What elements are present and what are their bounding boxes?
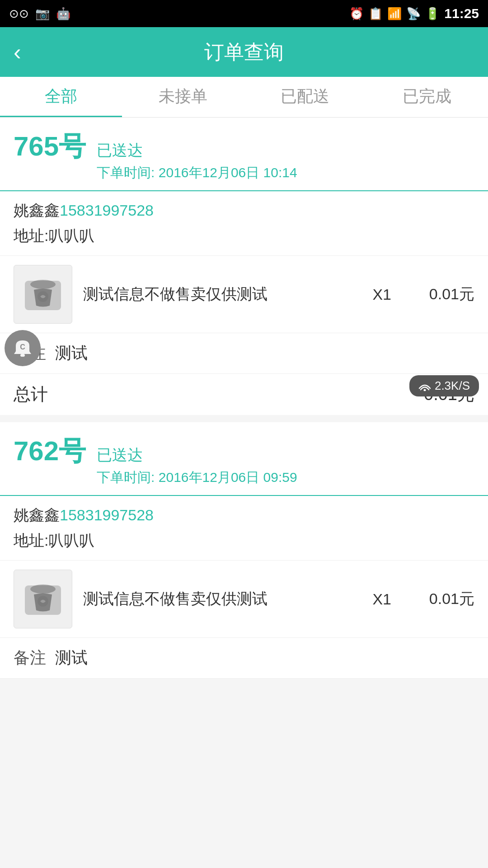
page-title: 订单查询 <box>204 39 284 66</box>
svg-point-1 <box>30 280 56 289</box>
product-qty-762-0: X1 <box>372 590 391 608</box>
order-list: 765号 已送达 下单时间: 2016年12月06日 10:14 姚鑫鑫1583… <box>0 118 488 679</box>
customer-address-765: 地址:叭叭叭 <box>14 226 474 246</box>
customer-address-762: 地址:叭叭叭 <box>14 530 474 551</box>
icon-camera: 📷 <box>35 7 50 21</box>
remark-row-762: 备注 测试 <box>0 638 488 679</box>
order-header-right-765: 已送达 下单时间: 2016年12月06日 10:14 <box>97 140 297 182</box>
tab-delivered[interactable]: 已配送 <box>244 77 366 117</box>
order-card-762: 762号 已送达 下单时间: 2016年12月06日 09:59 姚鑫鑫1583… <box>0 422 488 679</box>
icon-wifi: 📶 <box>387 7 402 21</box>
product-image-765-0 <box>14 265 72 324</box>
tab-bar: 全部 未接单 已配送 已完成 <box>0 77 488 118</box>
order-time-762: 下单时间: 2016年12月06日 09:59 <box>97 468 297 487</box>
remark-value-762: 测试 <box>55 647 88 669</box>
customer-name-phone-762: 姚鑫鑫15831997528 <box>14 505 474 526</box>
customer-info-762: 姚鑫鑫15831997528 地址:叭叭叭 <box>0 496 488 561</box>
tab-pending[interactable]: 未接单 <box>122 77 244 117</box>
speed-value: 2.3K/S <box>435 379 470 393</box>
product-qty-765-0: X1 <box>372 286 391 303</box>
icon-android: 🤖 <box>56 7 70 21</box>
status-bar: ⊙⊙ 📷 🤖 ⏰ 📋 📶 📡 🔋 11:25 <box>0 0 488 27</box>
icon-signal: 📡 <box>406 7 421 21</box>
customer-name-762: 姚鑫鑫 <box>14 506 60 524</box>
order-time-765: 下单时间: 2016年12月06日 10:14 <box>97 164 297 182</box>
product-row-765-0: 测试信息不做售卖仅供测试 X1 0.01元 <box>0 256 488 333</box>
svg-point-4 <box>30 585 56 594</box>
product-image-762-0 <box>14 570 72 628</box>
icon-battery: 🔋 <box>425 7 440 21</box>
notification-badge[interactable]: C <box>5 330 41 366</box>
product-price-765-0: 0.01元 <box>411 284 474 305</box>
product-name-765-0: 测试信息不做售卖仅供测试 <box>83 283 361 305</box>
order-number-765: 765号 <box>14 128 86 165</box>
product-name-762-0: 测试信息不做售卖仅供测试 <box>83 588 361 610</box>
order-status-765: 已送达 <box>97 140 297 161</box>
status-time: 11:25 <box>444 6 479 21</box>
customer-phone-765[interactable]: 15831997528 <box>60 202 154 219</box>
total-label-765: 总计 <box>14 383 48 406</box>
back-button[interactable]: ‹ <box>14 39 21 65</box>
order-header-762: 762号 已送达 下单时间: 2016年12月06日 09:59 <box>0 422 488 496</box>
order-header-right-762: 已送达 下单时间: 2016年12月06日 09:59 <box>97 445 297 487</box>
customer-name-765: 姚鑫鑫 <box>14 202 60 219</box>
icon-sim: 📋 <box>368 7 383 21</box>
customer-name-phone-765: 姚鑫鑫15831997528 <box>14 200 474 221</box>
order-status-762: 已送达 <box>97 445 297 466</box>
speed-badge: 2.3K/S <box>409 375 479 396</box>
svg-text:C: C <box>20 343 25 351</box>
svg-point-6 <box>423 389 426 391</box>
customer-info-765: 姚鑫鑫15831997528 地址:叭叭叭 <box>0 191 488 256</box>
remark-row-765: 备注 测试 <box>0 333 488 374</box>
remark-value-765: 测试 <box>55 342 88 364</box>
icon-alarm: ⏰ <box>349 7 364 21</box>
status-bar-left: ⊙⊙ 📷 🤖 <box>9 7 70 21</box>
app-header: ‹ 订单查询 <box>0 27 488 77</box>
order-number-762: 762号 <box>14 433 86 470</box>
order-header-765: 765号 已送达 下单时间: 2016年12月06日 10:14 <box>0 118 488 191</box>
tab-all[interactable]: 全部 <box>0 77 122 117</box>
customer-phone-762[interactable]: 15831997528 <box>60 506 154 524</box>
icon-circles: ⊙⊙ <box>9 7 29 21</box>
status-bar-right: ⏰ 📋 📶 📡 🔋 11:25 <box>349 6 479 21</box>
tab-completed[interactable]: 已完成 <box>366 77 488 117</box>
product-price-762-0: 0.01元 <box>411 589 474 609</box>
order-card-765: 765号 已送达 下单时间: 2016年12月06日 10:14 姚鑫鑫1583… <box>0 118 488 415</box>
remark-label-762: 备注 <box>14 647 46 669</box>
product-row-762-0: 测试信息不做售卖仅供测试 X1 0.01元 <box>0 561 488 638</box>
svg-rect-7 <box>20 354 25 357</box>
